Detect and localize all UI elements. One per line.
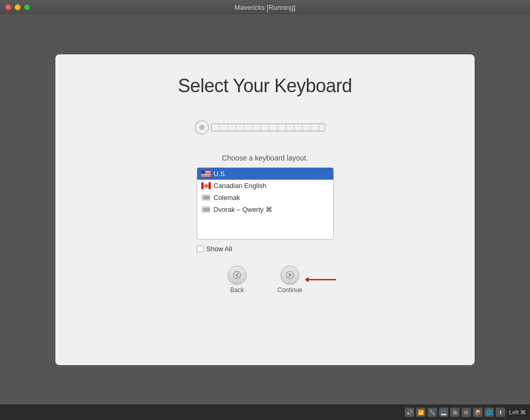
svg-rect-19 xyxy=(201,174,211,175)
choose-label: Choose a keyboard layout. xyxy=(222,154,308,162)
back-icon xyxy=(233,271,241,279)
svg-text:⌨: ⌨ xyxy=(202,207,209,212)
show-all-label: Show All xyxy=(207,245,232,253)
keyboard-list-item[interactable]: U.S. xyxy=(197,168,333,180)
keyboard-list-item[interactable]: 🍁 Canadian English xyxy=(197,180,333,192)
continue-button[interactable] xyxy=(281,266,299,284)
taskbar-icon-2[interactable]: 📶 xyxy=(416,408,425,417)
show-all-checkbox[interactable] xyxy=(197,245,203,252)
maximize-button[interactable] xyxy=(24,4,30,10)
continue-button-wrapper[interactable]: Continue xyxy=(277,266,302,294)
back-label: Back xyxy=(230,286,244,294)
taskbar-icon-5[interactable]: 🖥 xyxy=(450,408,460,417)
taskbar-icon-9[interactable]: ⬆ xyxy=(496,408,505,417)
close-button[interactable] xyxy=(5,4,11,10)
keyboard-svg xyxy=(193,113,337,142)
flag-icon xyxy=(201,170,211,177)
title-bar: Mavericks [Running] xyxy=(0,0,530,15)
svg-text:⌨: ⌨ xyxy=(202,195,209,200)
keyboard-list-item[interactable]: ⌨Colemak xyxy=(197,192,333,204)
svg-marker-33 xyxy=(305,277,308,282)
svg-rect-20 xyxy=(201,176,211,177)
minimize-button[interactable] xyxy=(14,4,21,10)
keyboard-illustration xyxy=(193,112,337,143)
keyboard-layout-list[interactable]: U.S. 🍁 Canadian English ⌨Colemak ⌨Dvorak… xyxy=(197,167,334,240)
red-arrow-svg xyxy=(305,274,338,285)
taskbar-icon-6[interactable]: ⚙ xyxy=(462,408,471,417)
taskbar-icon-3[interactable]: 🔧 xyxy=(428,408,437,417)
back-button-wrapper[interactable]: Back xyxy=(228,266,246,294)
svg-point-31 xyxy=(286,271,293,279)
flag-icon: ⌨ xyxy=(201,206,211,213)
back-button[interactable] xyxy=(228,266,246,284)
svg-rect-21 xyxy=(201,170,205,174)
taskbar-icon-4[interactable]: 💻 xyxy=(439,408,448,417)
svg-point-1 xyxy=(199,125,204,130)
taskbar-keyboard-indicator: Left ⌘ xyxy=(509,409,526,416)
keyboard-layout-name: Canadian English xyxy=(214,182,267,190)
flag-icon: ⌨ xyxy=(201,194,211,201)
svg-text:🍁: 🍁 xyxy=(203,183,209,189)
keyboard-layout-name: U.S. xyxy=(214,170,227,178)
vm-display-area: Select Your Keyboard xyxy=(0,15,530,404)
taskbar-icon-1[interactable]: 🔊 xyxy=(405,408,414,417)
taskbar-icon-8[interactable]: 🌐 xyxy=(484,408,494,417)
keyboard-layout-name: Dvorak – Qwerty ⌘ xyxy=(214,206,272,213)
main-panel: Select Your Keyboard xyxy=(55,54,475,365)
taskbar-icon-7[interactable]: 📦 xyxy=(473,408,482,417)
window-controls[interactable] xyxy=(5,4,30,10)
svg-rect-2 xyxy=(211,124,325,131)
flag-icon: 🍁 xyxy=(201,182,211,189)
show-all-row: Show All xyxy=(197,245,232,253)
continue-label: Continue xyxy=(277,286,302,294)
taskbar: 🔊 📶 🔧 💻 🖥 ⚙ 📦 🌐 ⬆ Left ⌘ xyxy=(0,404,530,420)
svg-point-30 xyxy=(233,271,241,279)
window-title: Mavericks [Running] xyxy=(234,4,296,11)
keyboard-list-item[interactable]: ⌨Dvorak – Qwerty ⌘ xyxy=(197,204,333,215)
keyboard-layout-name: Colemak xyxy=(214,194,240,201)
continue-icon xyxy=(286,271,294,279)
page-title: Select Your Keyboard xyxy=(178,75,352,97)
svg-rect-24 xyxy=(209,182,211,189)
navigation-area: Back Continue xyxy=(228,266,302,294)
arrow-indicator xyxy=(305,274,338,285)
